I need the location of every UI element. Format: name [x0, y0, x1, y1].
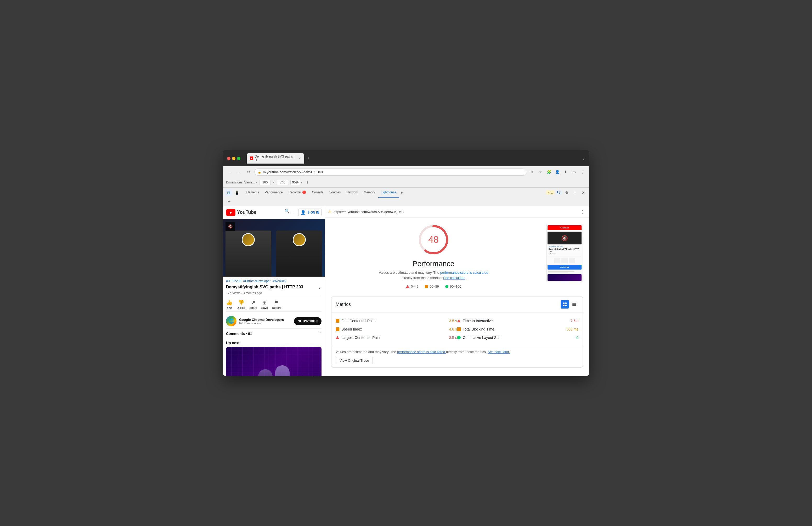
device-dropdown-icon[interactable]: ▾ [256, 181, 257, 184]
close-devtools-button[interactable]: ✕ [580, 189, 587, 196]
bookmark-icon[interactable]: ☆ [537, 168, 544, 175]
subscribe-button[interactable]: SUBSCRIBE [294, 317, 321, 325]
tab-console[interactable]: Console [309, 188, 326, 198]
score-description: Values are estimated and may vary. The p… [378, 270, 489, 280]
width-input[interactable]: 360 [259, 180, 271, 185]
channel-name[interactable]: Google Chrome Developers [239, 318, 291, 322]
profile-icon[interactable]: 👤 [553, 168, 561, 175]
list-view-button[interactable] [570, 300, 578, 309]
zoom-dropdown-icon[interactable]: ▾ [301, 181, 302, 184]
video-thumbnail[interactable]: 🔇 [223, 219, 325, 276]
sign-in-button[interactable]: 👤 SIGN IN [298, 209, 321, 216]
lighthouse-menu-button[interactable]: ⋮ [579, 208, 586, 215]
grid-view-button[interactable] [561, 300, 569, 309]
browser-tab-active[interactable]: ▶ Demystifyingish SVG paths | H... ✕ [247, 153, 304, 164]
nav-bar: ← → ↻ 🔒 m.youtube.com/watch?v=9qen5CKjUe… [223, 166, 589, 178]
up-next-section: Up next The History Navigation API. HTTP… [226, 339, 321, 376]
back-button[interactable]: ← [226, 168, 233, 175]
tab-performance[interactable]: Performance [262, 188, 286, 198]
height-input[interactable]: 740 [277, 180, 288, 185]
footer-calc-link[interactable]: See calculator. [488, 350, 510, 354]
browser-menu[interactable]: ⋮ [579, 168, 586, 175]
view-original-trace-button[interactable]: View Original Trace [336, 357, 373, 364]
screenshot-thumbnail: YouTube 🔇 #HTTP203 #Chrome Demystifyingi… [547, 224, 583, 282]
metrics-title: Metrics [336, 302, 351, 307]
settings-icon[interactable]: ⚙ [563, 189, 570, 196]
tab-lighthouse[interactable]: Lighthouse [378, 188, 399, 198]
extensions-icon[interactable]: 🧩 [545, 168, 552, 175]
dislike-button[interactable]: 👎 Dislike [237, 299, 245, 309]
download-icon[interactable]: ⬇ [562, 168, 569, 175]
share-icon[interactable]: ⬆ [528, 168, 536, 175]
si-name: Speed Index [342, 327, 447, 331]
comments-expand-icon[interactable]: ⌃ [318, 331, 321, 337]
score-section: 48 Performance Values are estimated and … [331, 224, 583, 288]
metric-fcp: First Contentful Paint 3.5 s [336, 317, 457, 325]
devtools-right-actions: ⚠ 1 ℹ 1 ⚙ ⋮ ✕ [546, 189, 587, 196]
more-options-icon[interactable]: ⋮ [292, 209, 296, 216]
forward-button[interactable]: → [235, 168, 243, 175]
share-button[interactable]: ↗ Share [249, 299, 257, 309]
tab-memory[interactable]: Memory [361, 188, 378, 198]
tab-sources[interactable]: Sources [327, 188, 343, 198]
refresh-button[interactable]: ↻ [245, 168, 252, 175]
thumbnail-background: 🔇 [223, 219, 325, 276]
calculator-link[interactable]: See calculator. [443, 276, 465, 280]
tab-close-button[interactable]: ✕ [298, 156, 301, 160]
close-button[interactable] [227, 157, 231, 160]
svg-rect-4 [563, 304, 565, 306]
perf-score-link[interactable]: performance score is calculated [440, 271, 489, 274]
report-button[interactable]: ⚑ Report [272, 299, 281, 309]
youtube-header: YouTube 🔍 ⋮ 👤 SIGN IN [223, 206, 325, 219]
save-button[interactable]: ⊞ Save [261, 299, 268, 309]
add-panel-button[interactable]: + [226, 198, 232, 205]
lighthouse-url-text: https://m.youtube.com/watch?v=9qen5CKjUe… [334, 210, 404, 214]
tag-http203[interactable]: #HTTP203 [226, 279, 241, 283]
lcp-value: 8.5 s [449, 336, 457, 340]
new-tab-button[interactable]: + [305, 155, 311, 161]
tab-recorder[interactable]: Recorder 🔴 [286, 188, 309, 198]
warnings-count: 1 [551, 191, 553, 194]
fail-range: 0–49 [411, 284, 419, 288]
search-icon[interactable]: 🔍 [285, 209, 290, 216]
zoom-input[interactable]: 95% [290, 180, 300, 185]
speaker-decoration-left [242, 233, 255, 246]
mute-badge[interactable]: 🔇 [226, 222, 235, 231]
address-bar[interactable]: 🔒 m.youtube.com/watch?v=9qen5CKjUe8 [254, 169, 526, 175]
traffic-lights [227, 157, 241, 160]
lcp-icon [336, 336, 339, 339]
tab-network[interactable]: Network [344, 188, 361, 198]
like-button[interactable]: 👍 870 [226, 299, 233, 309]
toolbar-more-button[interactable]: ⋮ [304, 179, 310, 186]
device-toolbar-icon[interactable]: 📱 [233, 189, 241, 196]
tab-bar: ▶ Demystifyingish SVG paths | H... ✕ + ⌄ [247, 153, 585, 164]
cast-icon[interactable]: ▭ [570, 168, 578, 175]
speaker-decoration-right [293, 233, 306, 246]
expand-icon[interactable]: ⌄ [318, 284, 321, 290]
inspect-element-icon[interactable]: ⊡ [225, 189, 232, 196]
title-bar-top: ▶ Demystifyingish SVG paths | H... ✕ + ⌄ [227, 153, 585, 164]
errors-count: 1 [559, 191, 560, 194]
video-title: Demystifyingish SVG paths | HTTP 203 [226, 284, 303, 290]
dislike-label: Dislike [237, 306, 245, 309]
dimension-separator: × [273, 181, 275, 184]
maximize-button[interactable] [237, 157, 241, 160]
warnings-badge[interactable]: ⚠ 1 [546, 190, 554, 195]
more-tabs-button[interactable]: » [400, 188, 405, 198]
tab-elements[interactable]: Elements [243, 188, 262, 198]
pass-range: 90–100 [450, 284, 461, 288]
minimize-button[interactable] [232, 157, 235, 160]
person-right [276, 230, 322, 276]
errors-badge[interactable]: ℹ 1 [555, 190, 562, 195]
comments-section: Comments · 61 ⌃ [226, 328, 321, 339]
tag-chromedeveloper[interactable]: #ChromeDeveloper [243, 279, 271, 283]
device-toolbar: Dimensions: Sams... ▾ 360 × 740 95% ▾ ⋮ [223, 178, 589, 187]
footer-perf-link[interactable]: performance score is calculated [397, 350, 446, 354]
legend-fail: 0–49 [406, 284, 419, 288]
next-video-thumbnail[interactable]: The History Navigation API. HTTP 203 [226, 347, 321, 376]
devtools-more-menu[interactable]: ⋮ [571, 189, 579, 196]
channel-avatar[interactable]: 🌐 [226, 316, 236, 326]
youtube-logo-icon [226, 209, 235, 216]
tab-overflow-button[interactable]: ⌄ [581, 156, 585, 161]
tag-webdev[interactable]: #WebDev [273, 279, 286, 283]
